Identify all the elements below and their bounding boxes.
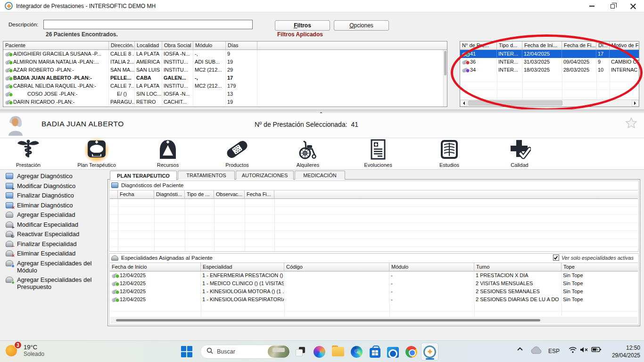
ver-solo-activas-checkbox[interactable] xyxy=(553,255,559,261)
module-prestacion[interactable]: Prestación xyxy=(0,139,57,168)
sidebar-item-eliminar-especialidad[interactable]: ×Eliminar Especialidad xyxy=(0,249,107,258)
especialidades-horizontal-scrollbar[interactable] xyxy=(110,317,637,323)
module-alquileres[interactable]: Alquileres xyxy=(280,139,336,168)
sidebar-item-agregar-especialidades-presupuesto[interactable]: Agregar Especialidades del Presupuesto xyxy=(0,275,107,291)
chrome-button[interactable] xyxy=(404,345,418,359)
sidebar-item-finalizar-especialidad[interactable]: −Finalizar Especialidad xyxy=(0,239,107,248)
col-fecha-inicio[interactable]: Fecha de Ini... xyxy=(522,41,562,50)
module-evoluciones[interactable]: Evoluciones xyxy=(350,139,406,168)
tab-medicacion[interactable]: MEDICACIÓN xyxy=(295,171,345,180)
col-localidad[interactable]: Localidad xyxy=(135,41,162,50)
prestacion-row[interactable]: 36 INTER... 31/03/2025 09/04/2025 9 CAMB… xyxy=(460,58,639,66)
taskbar-search[interactable]: Buscar xyxy=(200,345,291,359)
col-dias[interactable]: Días xyxy=(226,41,257,50)
col-dias[interactable]: Dí... xyxy=(596,41,610,50)
col-modulo[interactable]: Módulo xyxy=(193,41,226,50)
col-codigo[interactable]: Código xyxy=(284,263,389,272)
favorite-star-icon[interactable] xyxy=(625,117,637,129)
col-direccion[interactable]: Dirección... xyxy=(109,41,135,50)
sidebar-item-finalizar-diagnostico[interactable]: →Finalizar Diagnóstico xyxy=(0,191,107,200)
opciones-button[interactable]: Opciones xyxy=(334,20,389,31)
col-turno[interactable]: Turno xyxy=(474,263,561,272)
diagnosticos-group: Diagnósticos del Paciente Fecha Diagnóst… xyxy=(109,181,639,252)
sidebar-item-modificar-diagnostico[interactable]: ▸Modificar Diagnóstico xyxy=(0,181,107,190)
scroll-left-arrow-icon[interactable] xyxy=(460,100,467,107)
col-fecha-inicio[interactable]: Fecha de Inicio xyxy=(110,263,201,272)
col-especialidad[interactable]: Especialidad xyxy=(201,263,284,272)
volume-button[interactable] xyxy=(580,346,588,353)
microsoft-store-button[interactable] xyxy=(368,345,382,359)
tray-chevron-button[interactable] xyxy=(517,346,523,351)
wifi-button[interactable] xyxy=(569,346,577,353)
prestaciones-horizontal-scrollbar[interactable] xyxy=(460,99,639,107)
especialidad-row[interactable]: 12/04/2025 1 - KINESIOLOGIA RESPIRATORIA… xyxy=(110,296,638,304)
tab-autorizaciones[interactable]: AUTORIZACIONES xyxy=(236,171,294,180)
sidebar-item-modificar-especialidad[interactable]: ▸Modificar Especialidad xyxy=(0,220,107,229)
module-productos[interactable]: Productos xyxy=(209,139,265,168)
tab-plan-terapeutico[interactable]: PLAN TERAPEUTICO xyxy=(110,171,177,180)
sidebar-item-reactivar-especialidad[interactable]: ↻Reactivar Especialidad xyxy=(0,230,107,239)
task-view-button[interactable] xyxy=(293,345,307,359)
restore-button[interactable] xyxy=(602,0,623,12)
onedrive-button[interactable] xyxy=(531,346,542,354)
col-fecha-fin[interactable]: Fecha Fi... xyxy=(245,190,274,199)
clock[interactable]: 12:50 29/04/2025 xyxy=(612,344,640,359)
module-plan-terapeutico[interactable]: Plan Terapéutico xyxy=(68,139,125,168)
sidebar-item-agregar-especialidad[interactable]: Agregar Especialidad xyxy=(0,210,107,219)
especialidad-row[interactable]: 12/04/2025 1 - ENFERMERIA PRESTACION () … xyxy=(110,272,638,280)
search-highlight-image xyxy=(268,346,289,358)
tab-tratamientos[interactable]: TRATAMIENTOS xyxy=(178,171,235,180)
col-tope[interactable]: Tope xyxy=(561,263,638,272)
col-motivo[interactable]: Motivo de F xyxy=(610,41,639,50)
module-recursos[interactable]: Recursos xyxy=(140,139,196,168)
patient-row[interactable]: DARIN RICARDO -PLAN:- PARAGU... RETIRO C… xyxy=(3,98,447,106)
sidebar-item-eliminar-diagnostico[interactable]: ×Eliminar Diagnóstico xyxy=(0,201,107,210)
patient-row[interactable]: COSO JOSE -PLAN:- E/ () SIN LOC... IOSFA… xyxy=(3,90,447,98)
sidebar-item-agregar-diagnostico[interactable]: Agregar Diagnóstico xyxy=(0,172,107,181)
patient-row[interactable]: ALMIRON MARIA NATALIA -PLAN:... ITALIA 2… xyxy=(3,58,447,66)
col-paciente[interactable]: Paciente xyxy=(3,41,109,50)
prestacion-row-selected[interactable]: 41 INTER... 12/04/2025 17 xyxy=(460,50,639,58)
module-calidad[interactable]: Calidad xyxy=(491,139,548,168)
especialidad-row[interactable]: 12/04/2025 1 - KINESIOLOGIA MOTORA () (1… xyxy=(110,288,638,296)
start-button[interactable] xyxy=(180,345,194,359)
patient-row[interactable]: AIDIGHIERI GRACIELA SUSANA -P... CALLE 8… xyxy=(3,50,447,58)
prestaciones-table: N° de Pre... Tipo d... Fecha de Ini... F… xyxy=(460,41,639,107)
chevron-up-icon xyxy=(517,346,523,351)
patients-vertical-scrollbar[interactable] xyxy=(443,50,447,107)
col-modulo[interactable]: Módulo xyxy=(389,263,474,272)
col-numero-prestacion[interactable]: N° de Pre... xyxy=(460,41,497,50)
ver-solo-activas-group: Ver solo especialidades activas xyxy=(553,255,634,261)
outlook-button[interactable] xyxy=(386,345,400,359)
col-tipo[interactable]: Tipo de ... xyxy=(185,190,214,199)
col-tipo[interactable]: Tipo d... xyxy=(497,41,522,50)
prestacion-row[interactable]: 34 INTER... 18/03/2025 28/03/2025 10 INT… xyxy=(460,66,639,74)
filtros-button[interactable]: Filtros xyxy=(275,20,330,31)
especialidades-table: Fecha de Inicio Especialidad Código Módu… xyxy=(110,263,638,324)
patient-row[interactable]: CABRAL NELIDA RAQUEL -PLAN:- CALLE 7... … xyxy=(3,82,447,90)
module-estudios[interactable]: Estudios xyxy=(421,139,478,168)
scroll-right-arrow-icon[interactable] xyxy=(632,100,639,107)
battery-button[interactable] xyxy=(591,346,602,353)
patient-row-selected[interactable]: BADIA JUAN ALBERTO -PLAN:- PELLE... CABA… xyxy=(3,74,447,82)
module-label: Alquileres xyxy=(280,162,336,168)
col-diagnostico[interactable]: Diagnósti... xyxy=(154,190,185,199)
patient-row[interactable]: AZAR ROBERTO -PLAN:- SAN MA... SAN LUIS … xyxy=(3,66,447,74)
col-obra-social[interactable]: Obra Social xyxy=(162,41,193,50)
description-input[interactable] xyxy=(43,20,253,29)
close-button[interactable] xyxy=(623,0,644,12)
minimize-button[interactable] xyxy=(581,0,602,12)
language-indicator[interactable]: ESP xyxy=(548,348,560,354)
copilot-button[interactable] xyxy=(312,345,326,359)
clock-date: 29/04/2025 xyxy=(612,352,640,359)
especialidad-status-icon xyxy=(111,273,118,279)
edge-button[interactable] xyxy=(349,345,363,359)
file-explorer-button[interactable] xyxy=(331,345,345,359)
weather-widget[interactable]: 3 19°C Soleado xyxy=(6,343,44,357)
especialidad-row[interactable]: 12/04/2025 1 - MEDICO CLINICO () (1 VISI… xyxy=(110,280,638,288)
col-fecha-fin[interactable]: Fecha de Fi... xyxy=(562,41,596,50)
col-observaciones[interactable]: Observac... xyxy=(214,190,245,199)
integrador-app-button[interactable] xyxy=(421,343,438,361)
col-fecha[interactable]: Fecha xyxy=(118,190,154,199)
sidebar-item-agregar-especialidades-modulo[interactable]: Agregar Especialidades del Módulo xyxy=(0,259,107,275)
